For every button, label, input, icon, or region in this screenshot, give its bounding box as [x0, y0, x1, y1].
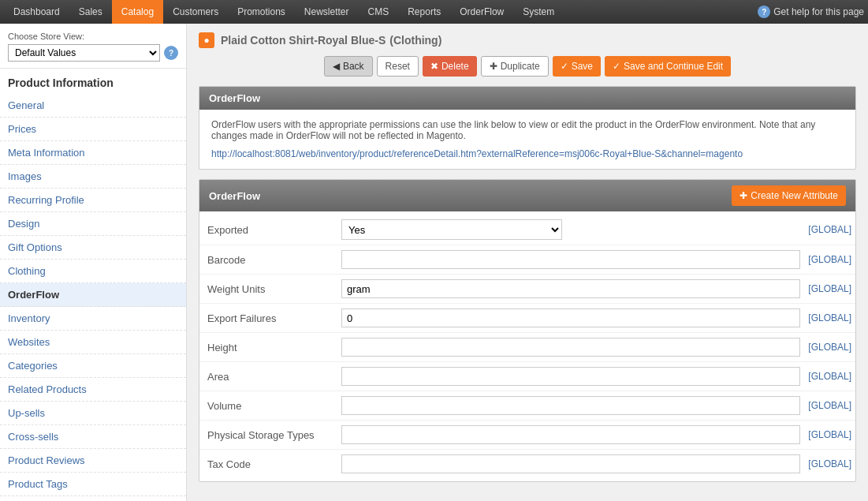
sidebar-item-orderflow[interactable]: OrderFlow: [0, 283, 186, 307]
form-row-height: Height [GLOBAL]: [199, 333, 855, 362]
input-volume[interactable]: [341, 396, 800, 415]
save-continue-icon: ✓: [613, 61, 620, 72]
nav-item-dashboard[interactable]: Dashboard: [4, 0, 69, 24]
store-view-select[interactable]: Default Values: [8, 44, 160, 62]
orderflow-info-body: OrderFlow users with the appropriate per…: [199, 110, 855, 169]
orderflow-form-body: Exported Yes No [GLOBAL] Barcode: [199, 211, 855, 481]
control-height: [341, 338, 800, 357]
sidebar-item-categories[interactable]: Categories: [0, 354, 186, 378]
control-exported: Yes No: [341, 219, 800, 240]
scope-exported: [GLOBAL]: [800, 224, 855, 235]
input-weight-units[interactable]: [341, 279, 800, 298]
sidebar-item-up-sells[interactable]: Up-sells: [0, 402, 186, 425]
sidebar-item-gift-options[interactable]: Gift Options: [0, 236, 186, 260]
label-physical-storage-types: Physical Storage Types: [199, 429, 341, 441]
save-icon: ✓: [561, 61, 568, 72]
plus-icon: ✚: [739, 190, 747, 201]
nav-item-promotions[interactable]: Promotions: [228, 0, 295, 24]
duplicate-icon: ✚: [490, 61, 497, 72]
back-arrow-icon: ◀: [333, 61, 340, 72]
input-physical-storage-types[interactable]: [341, 425, 800, 444]
nav-item-system[interactable]: System: [513, 0, 564, 24]
orderflow-info-panel: OrderFlow OrderFlow users with the appro…: [199, 86, 856, 170]
scope-volume: [GLOBAL]: [800, 400, 855, 411]
label-volume: Volume: [199, 400, 341, 412]
back-button[interactable]: ◀ Back: [324, 56, 373, 77]
sidebar-item-images[interactable]: Images: [0, 165, 186, 189]
top-nav: Dashboard Sales Catalog Customers Promot…: [0, 0, 868, 24]
sidebar: Choose Store View: Default Values ? Prod…: [0, 24, 187, 501]
store-view-row: Default Values ?: [8, 44, 178, 62]
scope-area: [GLOBAL]: [800, 371, 855, 382]
nav-item-reports[interactable]: Reports: [398, 0, 450, 24]
nav-item-catalog[interactable]: Catalog: [112, 0, 163, 24]
sidebar-item-general[interactable]: General: [0, 94, 186, 118]
orderflow-link[interactable]: http://localhost:8081/web/inventory/prod…: [211, 148, 743, 159]
sidebar-item-recurring-profile[interactable]: Recurring Profile: [0, 189, 186, 212]
scope-physical-storage-types: [GLOBAL]: [800, 429, 855, 440]
save-button[interactable]: ✓ Save: [553, 56, 601, 77]
label-barcode: Barcode: [199, 254, 341, 266]
page-title: Plaid Cotton Shirt-Royal Blue-S (Clothin…: [221, 32, 441, 48]
sidebar-item-websites[interactable]: Websites: [0, 331, 186, 354]
sidebar-item-inventory[interactable]: Inventory: [0, 307, 186, 331]
sidebar-item-customers-tagged-product[interactable]: Customers Tagged Product: [0, 496, 186, 501]
sidebar-item-related-products[interactable]: Related Products: [0, 378, 186, 402]
input-tax-code[interactable]: [341, 454, 800, 473]
control-physical-storage-types: [341, 425, 800, 444]
sidebar-item-design[interactable]: Design: [0, 212, 186, 236]
sidebar-item-product-reviews[interactable]: Product Reviews: [0, 449, 186, 473]
sidebar-item-prices[interactable]: Prices: [0, 118, 186, 141]
scope-barcode: [GLOBAL]: [800, 254, 855, 265]
scope-height: [GLOBAL]: [800, 342, 855, 353]
sidebar-item-product-tags[interactable]: Product Tags: [0, 473, 186, 496]
input-barcode[interactable]: [341, 250, 800, 269]
product-icon: ●: [199, 32, 214, 48]
save-continue-button[interactable]: ✓ Save and Continue Edit: [605, 56, 731, 77]
store-view-section: Choose Store View: Default Values ?: [0, 24, 186, 69]
select-exported[interactable]: Yes No: [341, 219, 562, 240]
form-row-weight-units: Weight Units [GLOBAL]: [199, 275, 855, 304]
sidebar-item-clothing[interactable]: Clothing: [0, 260, 186, 283]
scope-export-failures: [GLOBAL]: [800, 312, 855, 323]
form-row-tax-code: Tax Code [GLOBAL]: [199, 450, 855, 478]
label-weight-units: Weight Units: [199, 283, 341, 295]
nav-item-cms[interactable]: CMS: [359, 0, 399, 24]
scope-weight-units: [GLOBAL]: [800, 283, 855, 294]
control-export-failures: [341, 308, 800, 327]
form-row-exported: Exported Yes No [GLOBAL]: [199, 215, 855, 245]
control-volume: [341, 396, 800, 415]
control-weight-units: [341, 279, 800, 298]
form-row-barcode: Barcode [GLOBAL]: [199, 245, 855, 275]
input-area[interactable]: [341, 367, 800, 386]
nav-item-customers[interactable]: Customers: [163, 0, 228, 24]
input-export-failures[interactable]: [341, 308, 800, 327]
form-row-physical-storage-types: Physical Storage Types [GLOBAL]: [199, 421, 855, 450]
reset-button[interactable]: Reset: [377, 56, 419, 77]
main-layout: Choose Store View: Default Values ? Prod…: [0, 24, 868, 501]
sidebar-item-cross-sells[interactable]: Cross-sells: [0, 425, 186, 449]
content-area: ● Plaid Cotton Shirt-Royal Blue-S (Cloth…: [187, 24, 868, 501]
nav-item-sales[interactable]: Sales: [69, 0, 112, 24]
label-exported: Exported: [199, 224, 341, 236]
form-row-volume: Volume [GLOBAL]: [199, 391, 855, 421]
action-buttons: ◀ Back Reset ✖ Delete ✚ Duplicate ✓ Save…: [199, 56, 856, 77]
label-area: Area: [199, 371, 341, 383]
store-view-help-icon[interactable]: ?: [164, 46, 178, 60]
help-link[interactable]: ? Get help for this page: [758, 6, 864, 18]
nav-item-newsletter[interactable]: Newsletter: [295, 0, 359, 24]
orderflow-info-header: OrderFlow: [199, 87, 855, 110]
create-attribute-button[interactable]: ✚ Create New Attribute: [732, 185, 846, 206]
nav-item-orderflow[interactable]: OrderFlow: [450, 0, 513, 24]
sidebar-item-meta-information[interactable]: Meta Information: [0, 141, 186, 165]
page-header: ● Plaid Cotton Shirt-Royal Blue-S (Cloth…: [199, 32, 856, 48]
label-tax-code: Tax Code: [199, 458, 341, 470]
product-info-title: Product Information: [0, 69, 186, 94]
store-view-label: Choose Store View:: [8, 32, 178, 41]
form-row-export-failures: Export Failures [GLOBAL]: [199, 304, 855, 333]
orderflow-form-panel: OrderFlow ✚ Create New Attribute Exporte…: [199, 179, 856, 482]
control-barcode: [341, 250, 800, 269]
delete-button[interactable]: ✖ Delete: [423, 56, 477, 77]
duplicate-button[interactable]: ✚ Duplicate: [481, 56, 549, 77]
input-height[interactable]: [341, 338, 800, 357]
